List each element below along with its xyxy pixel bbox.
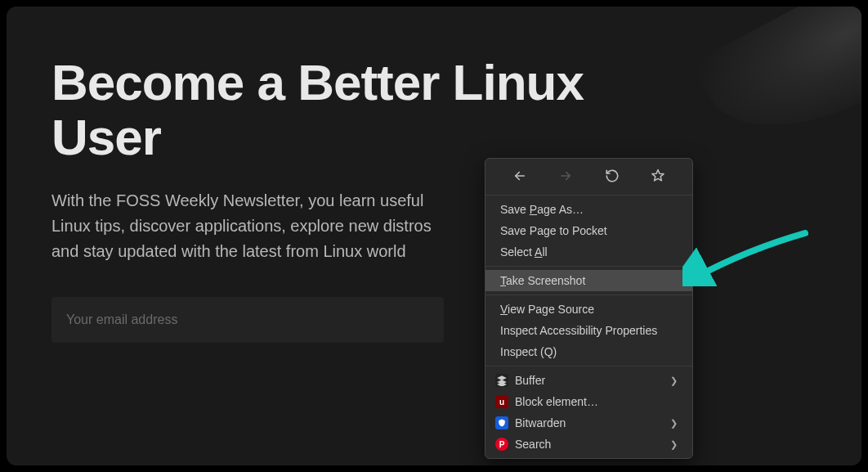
back-button[interactable] (511, 167, 529, 185)
bookmark-button[interactable] (649, 167, 667, 185)
page-content: Become a Better Linux User With the FOSS… (7, 7, 861, 465)
menu-item-save-page-to-pocket[interactable]: Save Page to Pocket (485, 220, 692, 241)
menu-item-bitwarden[interactable]: Bitwarden❯ (485, 412, 692, 434)
forward-button[interactable] (557, 167, 575, 185)
menu-item-label: Save Page As… (500, 203, 678, 216)
decorative-pen (691, 7, 861, 164)
menu-item-save-page-as[interactable]: Save Page As… (485, 199, 692, 220)
menu-item-search[interactable]: PSearch❯ (485, 434, 692, 455)
menu-item-label: Save Page to Pocket (500, 224, 678, 237)
context-menu-nav (485, 159, 692, 196)
menu-item-buffer[interactable]: Buffer❯ (485, 370, 692, 391)
menu-section: Save Page As…Save Page to PocketSelect A… (485, 196, 692, 267)
context-menu: Save Page As…Save Page to PocketSelect A… (485, 158, 693, 459)
menu-item-label: Search (515, 438, 670, 451)
chevron-right-icon: ❯ (670, 418, 678, 429)
menu-item-label: Inspect Accessibility Properties (500, 324, 678, 337)
menu-item-label: Select All (500, 245, 678, 258)
menu-item-label: Bitwarden (515, 416, 670, 429)
menu-section: Buffer❯uBlock element…Bitwarden❯PSearch❯ (485, 366, 692, 458)
menu-item-label: Buffer (515, 374, 670, 387)
chevron-right-icon: ❯ (670, 375, 678, 386)
menu-item-label: Take Screenshot (500, 274, 678, 287)
menu-item-label: Inspect (Q) (500, 345, 678, 358)
menu-item-label: Block element… (515, 395, 678, 408)
menu-item-block-element[interactable]: uBlock element… (485, 391, 692, 412)
page-subtext: With the FOSS Weekly Newsletter, you lea… (51, 188, 444, 264)
menu-item-take-screenshot[interactable]: Take Screenshot (485, 270, 692, 291)
email-input[interactable] (51, 297, 444, 343)
chevron-right-icon: ❯ (670, 439, 678, 450)
reload-button[interactable] (603, 167, 621, 185)
menu-section: Take Screenshot (485, 267, 692, 295)
menu-item-label: View Page Source (500, 303, 678, 316)
menu-item-view-page-source[interactable]: View Page Source (485, 299, 692, 320)
page-heading: Become a Better Linux User (51, 56, 624, 165)
menu-item-inspect-accessibility-properties[interactable]: Inspect Accessibility Properties (485, 320, 692, 341)
menu-item-select-all[interactable]: Select All (485, 241, 692, 263)
menu-section: View Page SourceInspect Accessibility Pr… (485, 295, 692, 366)
menu-item-inspect-q[interactable]: Inspect (Q) (485, 341, 692, 362)
